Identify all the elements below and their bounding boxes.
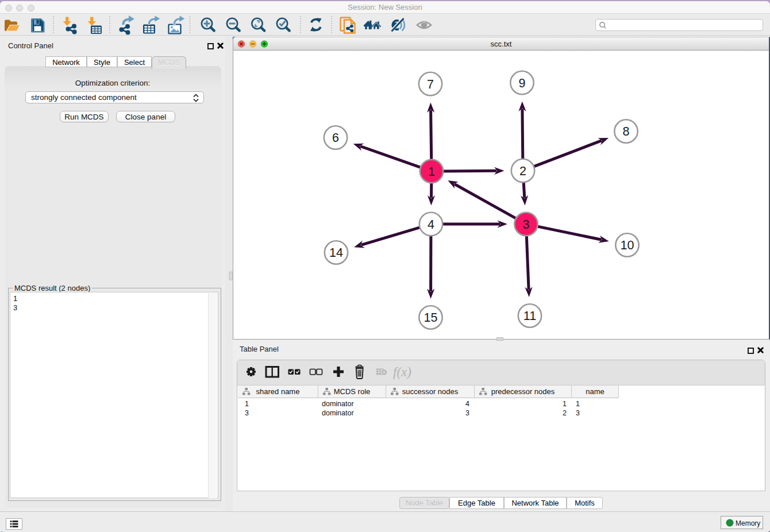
svg-text:15: 15	[424, 311, 438, 325]
svg-text:14: 14	[329, 246, 343, 260]
svg-text:6: 6	[332, 131, 339, 145]
svg-text:10: 10	[621, 238, 634, 252]
svg-text:11: 11	[523, 309, 536, 323]
svg-text:8: 8	[623, 125, 630, 138]
svg-text:2: 2	[519, 164, 526, 178]
svg-text:1: 1	[428, 165, 435, 179]
svg-text:9: 9	[519, 76, 526, 90]
svg-text:7: 7	[427, 78, 434, 91]
svg-text:3: 3	[523, 218, 530, 232]
svg-text:f(x): f(x)	[393, 365, 411, 379]
svg-text:4: 4	[428, 218, 434, 232]
